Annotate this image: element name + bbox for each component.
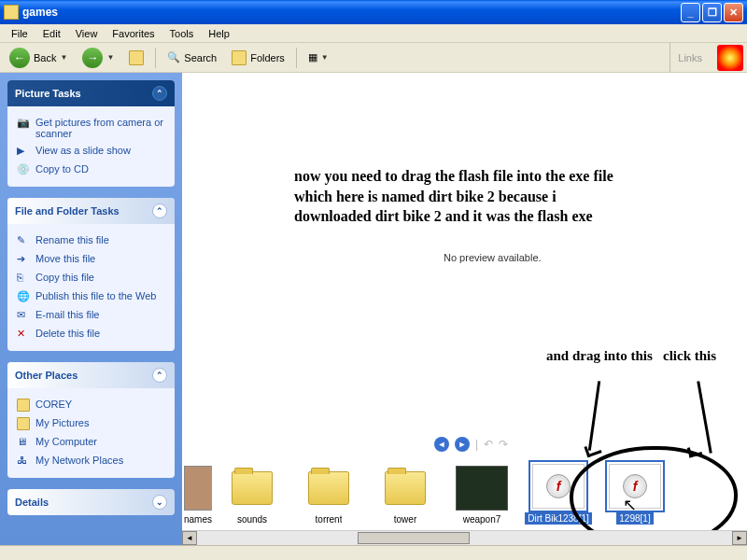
move-icon: ➔ bbox=[17, 253, 30, 266]
folder-icon bbox=[17, 417, 30, 430]
close-button[interactable]: ✕ bbox=[724, 3, 743, 22]
flash-icon: f bbox=[623, 474, 647, 498]
views-button[interactable]: ▦ ▼ bbox=[303, 49, 334, 65]
file-label: Dirt Bik1238[1] bbox=[525, 512, 592, 525]
scroll-track[interactable] bbox=[197, 531, 732, 545]
annotation-click: click this bbox=[663, 348, 716, 364]
back-button[interactable]: ← Back ▼ bbox=[4, 46, 73, 70]
minimize-button[interactable]: _ bbox=[681, 3, 700, 22]
panel-header[interactable]: File and Folder Tasks ⌃ bbox=[7, 198, 175, 224]
globe-icon: 🌐 bbox=[17, 290, 30, 303]
filmstrip: names sounds torrent tower weapon7 f Dir… bbox=[182, 435, 747, 528]
menu-edit[interactable]: Edit bbox=[35, 26, 68, 41]
details-panel: Details ⌄ bbox=[7, 489, 175, 515]
up-folder-icon bbox=[129, 50, 144, 65]
task-move[interactable]: ➔Move this file bbox=[17, 250, 165, 269]
views-icon: ▦ bbox=[308, 51, 317, 63]
menu-favorites[interactable]: Favorites bbox=[105, 26, 162, 41]
task-copy-cd[interactable]: 💿Copy to CD bbox=[17, 161, 165, 179]
file-label: weapon7 bbox=[463, 514, 501, 525]
expand-icon: ⌄ bbox=[152, 495, 167, 510]
file-item[interactable]: weapon7 bbox=[445, 466, 518, 525]
windows-logo bbox=[717, 45, 743, 71]
menu-help[interactable]: Help bbox=[201, 26, 237, 41]
image-thumbnail bbox=[184, 466, 212, 511]
image-thumbnail bbox=[456, 466, 508, 511]
file-label: sounds bbox=[237, 514, 267, 525]
panel-header[interactable]: Other Places ⌃ bbox=[7, 362, 175, 388]
back-icon: ← bbox=[9, 48, 30, 68]
flash-file-thumbnail: f bbox=[609, 464, 661, 509]
horizontal-scrollbar[interactable]: ◄ ► bbox=[182, 530, 747, 545]
place-network[interactable]: 🖧My Network Places bbox=[17, 452, 165, 470]
folders-label: Folders bbox=[250, 52, 285, 63]
mail-icon: ✉ bbox=[17, 309, 30, 322]
task-email[interactable]: ✉E-mail this file bbox=[17, 306, 165, 325]
window-title: games bbox=[22, 6, 679, 19]
forward-icon: → bbox=[82, 48, 103, 68]
panel-title: Other Places bbox=[15, 370, 78, 381]
menu-file[interactable]: File bbox=[4, 26, 35, 41]
status-bar bbox=[0, 545, 747, 560]
instruction-text: now you need to drag the flash file into… bbox=[294, 166, 630, 227]
chevron-down-icon: ▼ bbox=[321, 53, 329, 62]
place-corey[interactable]: COREY bbox=[17, 396, 165, 414]
panel-title: Picture Tasks bbox=[15, 88, 81, 99]
scroll-left-button[interactable]: ◄ bbox=[182, 531, 197, 545]
menu-tools[interactable]: Tools bbox=[162, 26, 202, 41]
file-item[interactable]: sounds bbox=[216, 466, 289, 525]
folder-icon bbox=[232, 50, 247, 65]
title-bar: games _ ❐ ✕ bbox=[0, 0, 747, 24]
task-slideshow[interactable]: ▶View as a slide show bbox=[17, 142, 165, 161]
toolbar: ← Back ▼ → ▼ 🔍 Search Folders ▦ ▼ Links bbox=[0, 43, 747, 73]
content-area: now you need to drag the flash file into… bbox=[182, 73, 747, 545]
panel-header[interactable]: Details ⌄ bbox=[7, 489, 175, 515]
maximize-button[interactable]: ❐ bbox=[702, 3, 722, 22]
flash-exe-thumbnail: f bbox=[532, 464, 585, 509]
up-button[interactable] bbox=[123, 49, 149, 67]
place-my-pictures[interactable]: My Pictures bbox=[17, 414, 165, 433]
rename-icon: ✎ bbox=[17, 234, 30, 247]
forward-button[interactable]: → ▼ bbox=[77, 46, 120, 70]
file-item-selected[interactable]: f 1298[1] bbox=[599, 464, 671, 525]
no-preview-label: No preview available. bbox=[444, 252, 542, 263]
cd-icon: 💿 bbox=[17, 163, 30, 176]
chevron-down-icon: ▼ bbox=[60, 53, 67, 62]
camera-icon: 📷 bbox=[17, 117, 30, 130]
task-get-pictures[interactable]: 📷Get pictures from camera or scanner bbox=[17, 114, 165, 142]
folder-icon bbox=[17, 399, 30, 412]
scroll-thumb[interactable] bbox=[358, 532, 470, 544]
folder-icon bbox=[4, 5, 19, 20]
menu-bar: File Edit View Favorites Tools Help bbox=[0, 24, 747, 43]
panel-title: File and Folder Tasks bbox=[15, 205, 120, 217]
collapse-icon: ⌃ bbox=[152, 86, 167, 101]
links-bar[interactable]: Links bbox=[669, 43, 710, 72]
menu-view[interactable]: View bbox=[68, 26, 106, 41]
task-delete[interactable]: ✕Delete this file bbox=[17, 325, 165, 343]
search-label: Search bbox=[184, 52, 217, 63]
copy-icon: ⎘ bbox=[17, 272, 30, 285]
computer-icon: 🖥 bbox=[17, 436, 30, 449]
place-my-computer[interactable]: 🖥My Computer bbox=[17, 433, 165, 452]
collapse-icon: ⌃ bbox=[152, 368, 167, 383]
chevron-down-icon: ▼ bbox=[106, 53, 114, 62]
file-item[interactable]: names bbox=[184, 466, 212, 525]
scroll-right-button[interactable]: ► bbox=[732, 531, 747, 545]
folders-button[interactable]: Folders bbox=[226, 49, 290, 67]
panel-header[interactable]: Picture Tasks ⌃ bbox=[7, 80, 175, 106]
task-rename[interactable]: ✎Rename this file bbox=[17, 231, 165, 250]
task-copy[interactable]: ⎘Copy this file bbox=[17, 269, 165, 287]
file-label: tower bbox=[394, 514, 416, 525]
task-publish[interactable]: 🌐Publish this file to the Web bbox=[17, 287, 165, 306]
file-item-selected[interactable]: f Dirt Bik1238[1] bbox=[522, 464, 595, 525]
search-button[interactable]: 🔍 Search bbox=[162, 49, 222, 65]
other-places-panel: Other Places ⌃ COREY My Pictures 🖥My Com… bbox=[7, 362, 175, 478]
separator bbox=[296, 48, 297, 68]
file-item[interactable]: tower bbox=[369, 466, 442, 525]
file-item[interactable]: torrent bbox=[292, 466, 365, 525]
folder-thumbnail bbox=[303, 466, 355, 511]
sidebar: Picture Tasks ⌃ 📷Get pictures from camer… bbox=[0, 73, 182, 545]
search-icon: 🔍 bbox=[167, 51, 180, 63]
annotation-drag: and drag into this bbox=[546, 348, 653, 364]
file-tasks-panel: File and Folder Tasks ⌃ ✎Rename this fil… bbox=[7, 198, 175, 351]
